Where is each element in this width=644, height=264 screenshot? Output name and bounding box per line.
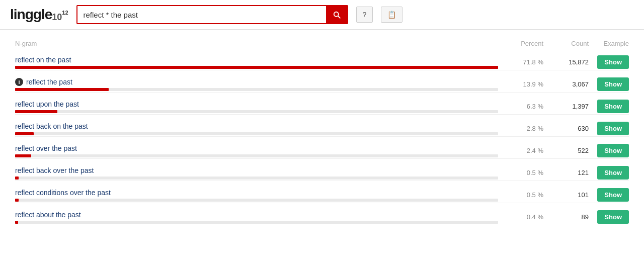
search-input[interactable] [77, 7, 326, 23]
count-cell: 522 [543, 147, 589, 154]
logo-text: linggle [10, 8, 52, 22]
ngram-cell: reflect back over the past [15, 166, 498, 180]
ngram-cell: reflect conditions over the past [15, 189, 498, 202]
table-row: reflect back over the past 0.5 % 121 Sho… [15, 162, 629, 184]
search-icon [332, 10, 341, 19]
header: linggle1012 ? 📋 [0, 0, 644, 30]
show-button[interactable]: Show [597, 144, 629, 157]
row-divider [15, 114, 629, 115]
count-cell: 3,067 [543, 80, 589, 88]
row-divider [15, 136, 629, 137]
table-row: reflect about the past 0.4 % 89 Show [15, 206, 629, 226]
table-row: reflect over the past 2.4 % 522 Show [15, 140, 629, 162]
info-icon: i [15, 78, 23, 86]
col-header-example: Example [589, 40, 629, 47]
percent-cell: 0.4 % [498, 213, 543, 221]
table-row: reflect on the past 71.8 % 15,872 Show [15, 51, 629, 73]
example-cell: Show [589, 166, 629, 180]
logo-number: 10 [52, 13, 62, 22]
search-button[interactable] [326, 6, 347, 23]
ngram-text: reflect upon the past [15, 100, 498, 108]
count-cell: 101 [543, 191, 589, 199]
ngram-cell: reflect over the past [15, 144, 498, 157]
show-button[interactable]: Show [597, 166, 629, 180]
show-button[interactable]: Show [597, 100, 629, 113]
logo-superscript: 12 [62, 10, 68, 16]
bar-container [15, 154, 498, 157]
main-content: N-gram Percent Count Example reflect on … [0, 30, 644, 236]
count-cell: 15,872 [543, 58, 589, 66]
ngram-text: reflect on the past [15, 56, 498, 64]
example-cell: Show [589, 210, 629, 224]
count-cell: 630 [543, 125, 589, 132]
bar-container [15, 132, 498, 135]
example-cell: Show [589, 77, 629, 91]
percent-cell: 0.5 % [498, 169, 543, 177]
percent-cell: 2.4 % [498, 147, 543, 154]
results-list: reflect on the past 71.8 % 15,872 Show i… [15, 51, 629, 226]
show-button[interactable]: Show [597, 188, 629, 202]
show-button[interactable]: Show [597, 77, 629, 91]
search-bar [76, 5, 348, 24]
show-button[interactable]: Show [597, 122, 629, 135]
show-button[interactable]: Show [597, 210, 629, 224]
example-cell: Show [589, 144, 629, 157]
ngram-cell: i reflect the past [15, 78, 498, 91]
table-row: reflect upon the past 6.3 % 1,397 Show [15, 96, 629, 118]
row-divider [15, 92, 629, 93]
bar-container [15, 177, 498, 180]
count-cell: 1,397 [543, 103, 589, 110]
ngram-cell: reflect about the past [15, 211, 498, 224]
help-button[interactable]: ? [356, 7, 373, 23]
table-row: reflect conditions over the past 0.5 % 1… [15, 184, 629, 206]
ngram-text: reflect over the past [15, 144, 498, 152]
ngram-text: reflect conditions over the past [15, 189, 498, 197]
bar-container [15, 88, 498, 91]
table-row: i reflect the past 13.9 % 3,067 Show [15, 73, 629, 96]
ngram-cell: reflect back on the past [15, 122, 498, 135]
col-header-ngram: N-gram [15, 40, 498, 47]
bar-fill [15, 154, 31, 157]
example-cell: Show [589, 122, 629, 135]
ngram-cell: reflect upon the past [15, 100, 498, 113]
percent-cell: 6.3 % [498, 103, 543, 110]
row-divider [15, 70, 629, 70]
row-divider [15, 203, 629, 203]
bar-fill [15, 88, 109, 91]
example-cell: Show [589, 100, 629, 113]
row-divider [15, 158, 629, 159]
row-divider [15, 181, 629, 181]
count-cell: 121 [543, 169, 589, 177]
bar-fill [15, 66, 498, 69]
col-header-count: Count [543, 40, 589, 47]
example-cell: Show [589, 188, 629, 202]
bar-fill [15, 132, 34, 135]
percent-cell: 13.9 % [498, 80, 543, 88]
ngram-text: reflect about the past [15, 211, 498, 219]
ngram-text: reflect back on the past [15, 122, 498, 130]
bar-container [15, 221, 498, 224]
bar-fill [15, 221, 18, 224]
bar-fill [15, 199, 19, 202]
column-headers: N-gram Percent Count Example [15, 40, 629, 51]
percent-cell: 71.8 % [498, 58, 543, 66]
copy-button[interactable]: 📋 [381, 7, 403, 23]
bar-container [15, 199, 498, 202]
percent-cell: 0.5 % [498, 191, 543, 199]
bar-fill [15, 177, 19, 180]
ngram-text: i reflect the past [15, 78, 498, 86]
bar-container [15, 110, 498, 113]
show-button[interactable]: Show [597, 55, 629, 69]
col-header-percent: Percent [498, 40, 543, 47]
ngram-text: reflect back over the past [15, 166, 498, 174]
ngram-cell: reflect on the past [15, 56, 498, 69]
logo: linggle1012 [10, 8, 68, 22]
percent-cell: 2.8 % [498, 125, 543, 132]
bar-fill [15, 110, 57, 113]
count-cell: 89 [543, 213, 589, 221]
table-row: reflect back on the past 2.8 % 630 Show [15, 118, 629, 140]
example-cell: Show [589, 55, 629, 69]
bar-container [15, 66, 498, 69]
